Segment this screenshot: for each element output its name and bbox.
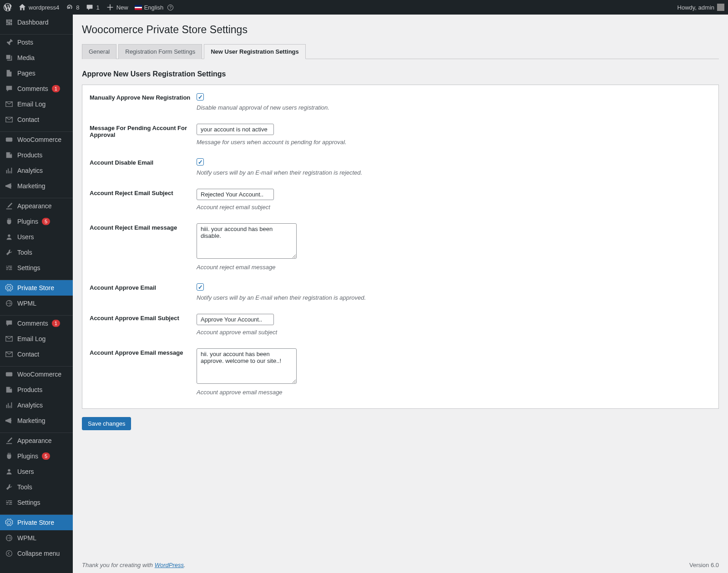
- field-label: Account Approve Email message: [90, 348, 197, 356]
- reject-message-textarea[interactable]: [197, 223, 297, 259]
- analytics-icon: [5, 166, 14, 175]
- settings-icon: [5, 263, 14, 272]
- users-icon: [5, 467, 14, 476]
- woo-icon: [5, 135, 14, 144]
- section-title: Approve New Users Registration Settings: [82, 70, 719, 78]
- sidebar-item-appearance[interactable]: Appearance: [0, 433, 73, 448]
- svg-rect-3: [6, 372, 12, 377]
- sidebar-item-wpml[interactable]: WPML: [0, 530, 73, 546]
- gear-icon: [5, 518, 14, 527]
- field-help: Disable manual approval of new users reg…: [197, 104, 711, 111]
- sidebar-item-settings[interactable]: Settings: [0, 260, 73, 276]
- sidebar-item-woocommerce[interactable]: WooCommerce: [0, 132, 73, 147]
- approve-message-textarea[interactable]: [197, 348, 297, 384]
- approve-subject-input[interactable]: [197, 314, 274, 325]
- products-icon: [5, 151, 14, 160]
- adminbar-updates[interactable]: 8: [66, 3, 79, 11]
- svg-point-4: [8, 469, 10, 472]
- wordpress-link[interactable]: WordPress: [155, 562, 184, 568]
- sidebar-item-email-log[interactable]: Email Log: [0, 96, 73, 112]
- sidebar-item-comments[interactable]: Comments1: [0, 81, 73, 96]
- marketing-icon: [5, 181, 14, 191]
- sidebar-item-analytics[interactable]: Analytics: [0, 397, 73, 413]
- sidebar-item-tools[interactable]: Tools: [0, 245, 73, 260]
- svg-point-6: [6, 551, 12, 557]
- sidebar-item-users[interactable]: Users: [0, 464, 73, 479]
- analytics-icon: [5, 401, 14, 410]
- sidebar-item-media[interactable]: Media: [0, 50, 73, 65]
- plugins-icon: [5, 217, 14, 226]
- badge: 5: [42, 218, 50, 225]
- mail-icon: [5, 100, 14, 109]
- tab-general[interactable]: General: [82, 44, 116, 59]
- sidebar-item-private-store[interactable]: Private Store: [0, 280, 73, 296]
- badge: 1: [52, 85, 60, 92]
- sidebar-item-wpml[interactable]: WPML: [0, 296, 73, 311]
- comment-icon: [86, 3, 94, 11]
- collapse-icon: [5, 549, 14, 558]
- manually-approve-checkbox[interactable]: [197, 93, 204, 101]
- svg-rect-0: [6, 138, 12, 142]
- field-label: Account Disable Email: [90, 158, 197, 166]
- sidebar-item-plugins[interactable]: Plugins5: [0, 214, 73, 229]
- save-button[interactable]: Save changes: [82, 417, 131, 430]
- reject-subject-input[interactable]: [197, 189, 274, 200]
- avatar-icon: [717, 4, 724, 11]
- sidebar-item-comments[interactable]: Comments1: [0, 316, 73, 331]
- footer-version: Version 6.0: [689, 562, 719, 568]
- page-title: Woocomerce Private Store Settings: [82, 24, 719, 36]
- sidebar-item-users[interactable]: Users: [0, 229, 73, 245]
- sidebar-item-woocommerce[interactable]: WooCommerce: [0, 367, 73, 382]
- sidebar-item-email-log[interactable]: Email Log: [0, 331, 73, 347]
- sidebar-item-settings[interactable]: Settings: [0, 495, 73, 510]
- adminbar-new[interactable]: New: [106, 3, 128, 11]
- sidebar-item-contact[interactable]: Contact: [0, 347, 73, 362]
- adminbar-comments[interactable]: 1: [86, 3, 99, 11]
- wpml-icon: [5, 299, 14, 308]
- adminbar-site-name[interactable]: wordpress4: [18, 3, 59, 11]
- sidebar-item-products[interactable]: Products: [0, 382, 73, 397]
- settings-form: Manually Approve New Registration Disabl…: [82, 85, 719, 409]
- badge: 1: [52, 320, 60, 327]
- field-label: Manually Approve New Registration: [90, 93, 197, 101]
- field-label: Account Approve Email Subject: [90, 314, 197, 322]
- tab-new-user-registration[interactable]: New User Registration Settings: [204, 44, 306, 59]
- wp-logo[interactable]: [4, 3, 12, 11]
- pending-message-input[interactable]: [197, 124, 274, 135]
- account-approve-email-checkbox[interactable]: [197, 283, 204, 291]
- update-icon: [66, 3, 74, 11]
- field-help: Account reject email message: [197, 264, 711, 271]
- home-icon: [18, 3, 26, 11]
- field-help: Message for users when account is pendin…: [197, 139, 711, 146]
- appearance-icon: [5, 436, 14, 445]
- dashboard-icon: [5, 18, 14, 27]
- mail-icon: [5, 350, 14, 359]
- sidebar-item-appearance[interactable]: Appearance: [0, 198, 73, 214]
- field-label: Account Approve Email: [90, 283, 197, 291]
- field-help: Account reject email subject: [197, 204, 711, 211]
- tab-registration-form[interactable]: Registration Form Settings: [118, 44, 202, 59]
- svg-point-1: [8, 235, 10, 237]
- account-disable-email-checkbox[interactable]: [197, 158, 204, 166]
- tabs-nav: General Registration Form Settings New U…: [82, 44, 719, 59]
- sidebar-item-posts[interactable]: Posts: [0, 35, 73, 50]
- adminbar-language[interactable]: English?: [135, 4, 174, 11]
- adminbar-user[interactable]: Howdy, admin: [677, 4, 724, 11]
- marketing-icon: [5, 416, 14, 425]
- mail-icon: [5, 115, 14, 124]
- sidebar-item-products[interactable]: Products: [0, 147, 73, 163]
- sidebar-item-contact[interactable]: Contact: [0, 112, 73, 127]
- sidebar-item-tools[interactable]: Tools: [0, 479, 73, 495]
- sidebar-item-plugins[interactable]: Plugins5: [0, 448, 73, 464]
- sidebar-item-private-store[interactable]: Private Store: [0, 515, 73, 530]
- sidebar-item-pages[interactable]: Pages: [0, 65, 73, 81]
- sidebar-item-marketing[interactable]: Marketing: [0, 413, 73, 428]
- users-icon: [5, 232, 14, 241]
- admin-bar: wordpress4 8 1 New English? Howdy, admin: [0, 0, 728, 15]
- sidebar-item-analytics[interactable]: Analytics: [0, 163, 73, 178]
- comment-icon: [5, 319, 14, 328]
- tools-icon: [5, 248, 14, 257]
- sidebar-item-marketing[interactable]: Marketing: [0, 178, 73, 194]
- collapse-menu[interactable]: Collapse menu: [0, 546, 73, 561]
- sidebar-item-dashboard[interactable]: Dashboard: [0, 15, 73, 30]
